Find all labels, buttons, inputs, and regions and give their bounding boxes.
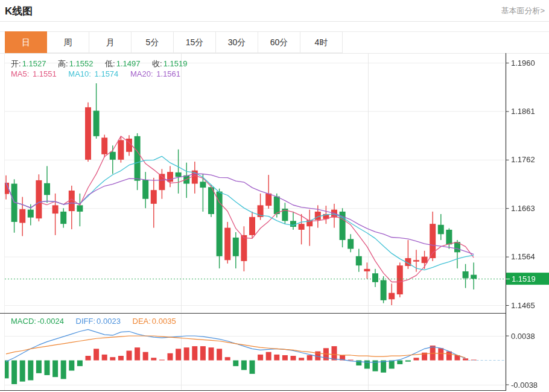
- tab-60分[interactable]: 60分: [258, 31, 300, 53]
- tab-30分[interactable]: 30分: [216, 31, 258, 53]
- page-title: K线图: [5, 4, 33, 18]
- fundamental-analysis-link[interactable]: 基本面分析>: [501, 5, 545, 16]
- kline-chart-canvas[interactable]: [0, 53, 549, 392]
- title-divider: [0, 21, 549, 22]
- tab-5分[interactable]: 5分: [132, 31, 174, 53]
- tab-日[interactable]: 日: [5, 31, 47, 53]
- tab-4时[interactable]: 4时: [300, 31, 343, 53]
- period-tabs: 日周月5分15分30分60分4时: [5, 31, 343, 53]
- tab-周[interactable]: 周: [47, 31, 89, 53]
- kline-page: K线图 基本面分析> 日周月5分15分30分60分4时 开:1.1527 高:1…: [0, 0, 549, 392]
- tab-15分[interactable]: 15分: [174, 31, 216, 53]
- tab-月[interactable]: 月: [89, 31, 132, 53]
